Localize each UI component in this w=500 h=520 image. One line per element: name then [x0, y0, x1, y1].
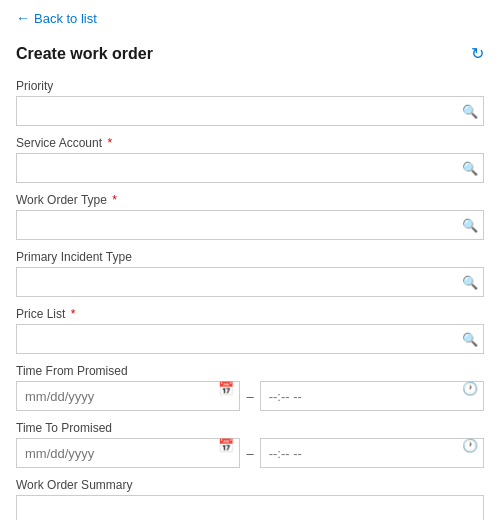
price-list-group: Price List * 🔍 [16, 307, 484, 354]
time-from-date-wrapper: 📅 [16, 381, 240, 411]
time-to-time-wrapper: 🕐 [260, 438, 484, 468]
time-to-promised-label: Time To Promised [16, 421, 484, 435]
time-from-time-input[interactable] [260, 381, 484, 411]
time-from-promised-row: 📅 – 🕐 [16, 381, 484, 411]
work-order-summary-wrapper: ⤴ [16, 495, 484, 520]
primary-incident-type-input[interactable] [16, 267, 484, 297]
time-from-promised-label: Time From Promised [16, 364, 484, 378]
primary-incident-type-input-wrapper: 🔍 [16, 267, 484, 297]
back-link-label: Back to list [34, 11, 97, 26]
service-account-input[interactable] [16, 153, 484, 183]
time-from-promised-group: Time From Promised 📅 – 🕐 [16, 364, 484, 411]
primary-incident-type-group: Primary Incident Type 🔍 [16, 250, 484, 297]
work-order-summary-label: Work Order Summary [16, 478, 484, 492]
work-order-type-label: Work Order Type * [16, 193, 484, 207]
priority-group: Priority 🔍 [16, 79, 484, 126]
service-account-label: Service Account * [16, 136, 484, 150]
time-from-time-wrapper: 🕐 [260, 381, 484, 411]
time-to-dash: – [246, 446, 253, 461]
time-to-promised-row: 📅 – 🕐 [16, 438, 484, 468]
time-to-promised-group: Time To Promised 📅 – 🕐 [16, 421, 484, 468]
primary-incident-type-label: Primary Incident Type [16, 250, 484, 264]
service-account-input-wrapper: 🔍 [16, 153, 484, 183]
time-to-date-input[interactable] [16, 438, 240, 468]
time-from-date-input[interactable] [16, 381, 240, 411]
price-list-required: * [67, 307, 75, 321]
priority-input-wrapper: 🔍 [16, 96, 484, 126]
price-list-input-wrapper: 🔍 [16, 324, 484, 354]
work-order-type-input-wrapper: 🔍 [16, 210, 484, 240]
price-list-label: Price List * [16, 307, 484, 321]
priority-label: Priority [16, 79, 484, 93]
work-order-type-required: * [109, 193, 117, 207]
refresh-icon[interactable]: ↻ [471, 44, 484, 63]
work-order-summary-textarea[interactable] [16, 495, 484, 520]
service-account-required: * [104, 136, 112, 150]
service-account-group: Service Account * 🔍 [16, 136, 484, 183]
time-to-date-wrapper: 📅 [16, 438, 240, 468]
work-order-type-input[interactable] [16, 210, 484, 240]
form-header: Create work order ↻ [16, 44, 484, 63]
time-to-time-input[interactable] [260, 438, 484, 468]
work-order-summary-group: Work Order Summary ⤴ [16, 478, 484, 520]
work-order-type-group: Work Order Type * 🔍 [16, 193, 484, 240]
back-arrow-icon: ← [16, 10, 30, 26]
page-title: Create work order [16, 45, 153, 63]
priority-input[interactable] [16, 96, 484, 126]
price-list-input[interactable] [16, 324, 484, 354]
time-from-dash: – [246, 389, 253, 404]
back-link[interactable]: ← Back to list [16, 10, 484, 26]
